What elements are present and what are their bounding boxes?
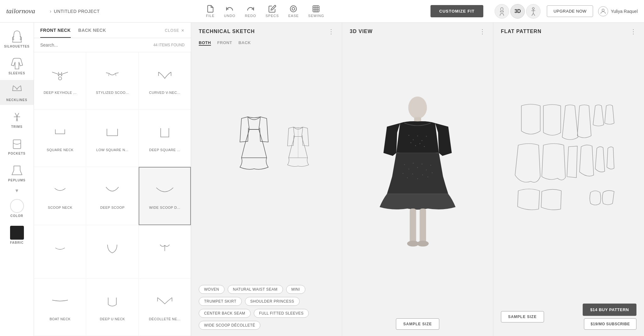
tag-full-fitted-sleeves[interactable]: FULL FITTED SLEEVES (254, 309, 309, 318)
flat-pattern-header: FLAT PATTERN ⋮ (493, 23, 644, 40)
tag-woven[interactable]: WOVEN (199, 285, 225, 294)
neckline-row4-3[interactable] (139, 225, 191, 279)
svg-point-1 (291, 6, 297, 12)
svg-point-15 (58, 77, 62, 80)
svg-point-47 (422, 140, 423, 141)
neckline-deep-u-neck[interactable]: DEEP U NECK (86, 279, 138, 336)
necklines-label: NECKLINES (6, 98, 27, 102)
panel-tabs: FRONT NECK BACK NECK CLOSE ✕ (34, 23, 191, 38)
peplums-label: PEPLUMS (8, 179, 25, 182)
user-info[interactable]: Yuliya Raquel (598, 6, 638, 16)
panel-close-button[interactable]: CLOSE ✕ (165, 28, 185, 37)
technical-sketch-menu-button[interactable]: ⋮ (328, 28, 334, 35)
sidebar-item-necklines[interactable]: NECKLINES (0, 80, 34, 105)
sketch-tab-back[interactable]: BACK (238, 40, 251, 46)
sidebar-item-sleeves[interactable]: SLEEVES (0, 53, 34, 78)
search-input[interactable] (40, 43, 153, 48)
panel-search: 44 ITEMS FOUND (34, 38, 191, 52)
flat-sample-size-button[interactable]: SAMPLE SIZE (501, 311, 544, 322)
subscribe-button[interactable]: $19/MO SUBSCRIBE (584, 318, 636, 330)
neckline-scoop-neck[interactable]: SCOOP NECK (34, 167, 86, 225)
neckline-row4-1-icon (47, 242, 73, 260)
neckline-curved-v[interactable]: CURVED V-NEC... (139, 52, 191, 110)
sidebar-scroll-down[interactable]: ▾ (0, 187, 34, 194)
technical-sketch-svg (216, 107, 317, 221)
figure-view-button[interactable] (526, 4, 541, 19)
neckline-deep-square[interactable]: DEEP SQUARE ... (139, 110, 191, 167)
specs-tool[interactable]: SPECS (265, 5, 279, 18)
neckline-low-square[interactable]: LOW SQUARE N... (86, 110, 138, 167)
neckline-stylized-scoop[interactable]: STYLIZED SCOO... (86, 52, 138, 110)
sidebar-item-fabric[interactable]: FABRIC (0, 223, 34, 248)
sidebar-item-silhouettes[interactable]: SILHOUETTES (0, 26, 34, 51)
tab-front-neck[interactable]: FRONT NECK (40, 28, 71, 38)
svg-point-40 (417, 178, 418, 179)
svg-line-11 (532, 13, 533, 16)
sidebar-item-trims[interactable]: TRIMS (0, 107, 34, 132)
sketch-tab-both[interactable]: BOTH (199, 40, 211, 46)
svg-point-29 (417, 241, 429, 247)
right-nav: UPGRADE NOW Yuliya Raquel (547, 5, 638, 17)
flat-pattern-menu-button[interactable]: ⋮ (630, 28, 636, 35)
sketch-drawing-area (191, 49, 342, 279)
svg-point-37 (402, 173, 403, 174)
svg-point-13 (602, 9, 604, 11)
tag-natural-waist-seam[interactable]: NATURAL WAIST SEAM (228, 285, 283, 294)
svg-point-31 (408, 168, 409, 169)
sidebar-item-pockets[interactable]: POCKETS (0, 134, 34, 158)
flat-pattern-title: FLAT PATTERN (501, 29, 541, 34)
mannequin-view-button[interactable] (495, 4, 509, 19)
tag-center-back-seam[interactable]: CENTER BACK SEAM (199, 309, 251, 318)
neckline-wide-scoop-label: WIDE SCOOP D... (149, 206, 180, 209)
file-tool[interactable]: FILE (206, 5, 214, 18)
neckline-square-neck[interactable]: SQUARE NECK (34, 110, 86, 167)
sewing-tool[interactable]: SEWING (308, 5, 324, 18)
3d-view-button[interactable]: 3D (510, 4, 525, 19)
sketch-tab-front[interactable]: FRONT (217, 40, 232, 46)
neckline-row4-1[interactable] (34, 225, 86, 279)
tag-shoulder-princess[interactable]: SHOULDER PRINCESS (245, 297, 300, 306)
sidebar-item-peplums[interactable]: PEPLUMS (0, 160, 34, 185)
neckline-deep-scoop-label: DEEP SCOOP (100, 206, 125, 209)
mannequin-area (342, 40, 493, 312)
neckline-row4-2[interactable] (86, 225, 138, 279)
3d-sample-size-button[interactable]: SAMPLE SIZE (396, 318, 439, 330)
ease-tool[interactable]: EASE (288, 5, 299, 18)
neckline-scoop-neck-label: SCOOP NECK (48, 206, 72, 209)
neckline-scoop-neck-icon (47, 184, 73, 202)
svg-point-36 (430, 165, 431, 166)
neckline-deep-scoop[interactable]: DEEP SCOOP (86, 167, 138, 225)
redo-tool[interactable]: REDO (245, 5, 256, 18)
tag-trumpet-skirt[interactable]: TRUMPET SKIRT (199, 297, 242, 306)
neckline-wide-scoop[interactable]: WIDE SCOOP D... (139, 167, 191, 225)
fabric-label: FABRIC (10, 241, 24, 244)
tag-mini[interactable]: MINI (286, 285, 305, 294)
svg-point-8 (532, 8, 534, 9)
tag-wide-scoop-decollete[interactable]: WIDE SCOOP DÉCOLLETÉ (199, 321, 260, 330)
undo-tool[interactable]: UNDO (224, 5, 235, 18)
flat-pattern-action-buttons: $14 BUY PATTERN $19/MO SUBSCRIBE (583, 304, 636, 330)
svg-point-42 (427, 176, 428, 177)
svg-point-30 (404, 164, 405, 165)
neckline-boat-neck[interactable]: BOAT NECK (34, 279, 86, 336)
3d-view-title: 3D VIEW (350, 29, 373, 34)
neckline-deep-u-neck-label: DEEP U NECK (100, 317, 125, 321)
3d-view-menu-button[interactable]: ⋮ (479, 28, 486, 35)
neckline-deep-keyhole-icon (47, 69, 73, 88)
neckline-deep-square-label: DEEP SQUARE ... (149, 148, 180, 152)
3d-view-panel: 3D VIEW ⋮ (342, 23, 493, 336)
svg-point-39 (412, 174, 413, 174)
neckline-deep-keyhole[interactable]: DEEP KEYHOLE ... (34, 52, 86, 110)
neckline-decollete[interactable]: DÉCOLLETÉ NE... (139, 279, 191, 336)
neckline-row4-3-icon (152, 242, 177, 260)
sidebar-item-color[interactable]: COLOR (0, 196, 34, 221)
tab-back-neck[interactable]: BACK NECK (78, 28, 106, 38)
customize-fit-button[interactable]: CUSTOMIZE FIT (430, 5, 483, 17)
nav-tools: FILE UNDO REDO SPECS EASE SEWING (106, 5, 424, 18)
svg-point-43 (432, 172, 433, 173)
neckline-deep-scoop-icon (100, 184, 125, 202)
upgrade-now-button[interactable]: UPGRADE NOW (547, 5, 593, 17)
buy-pattern-button[interactable]: $14 BUY PATTERN (583, 304, 636, 316)
neckline-row4-2-icon (100, 242, 125, 260)
project-name: UNTITLED PROJECT (54, 9, 100, 14)
